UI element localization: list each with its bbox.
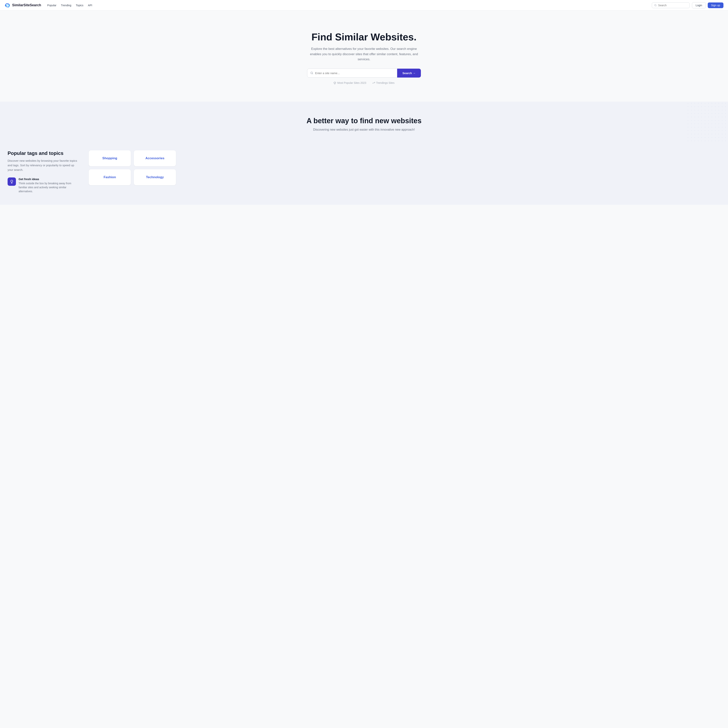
svg-line-3 [312, 73, 313, 74]
tag-label-accessories: Accessories [145, 156, 164, 160]
popular-sites-label: Most Popular Sites 2023 [337, 81, 366, 84]
dots-decoration [686, 102, 728, 143]
tag-label-shopping: Shopping [102, 156, 117, 160]
tag-card-fashion[interactable]: Fashion [89, 169, 131, 185]
section-tags: Popular tags and topics Discover new web… [0, 143, 728, 205]
feature-description: Think outside the box by breaking away f… [18, 181, 80, 193]
tags-section-title: Popular tags and topics [8, 150, 80, 156]
tag-card-shopping[interactable]: Shopping [89, 150, 131, 166]
nav-trending[interactable]: Trending [61, 4, 71, 7]
nav-popular[interactable]: Popular [47, 4, 56, 7]
tag-label-fashion: Fashion [104, 175, 116, 179]
tag-label-technology: Technology [146, 175, 164, 179]
tag-card-technology[interactable]: Technology [134, 169, 176, 185]
login-button[interactable]: Login [692, 2, 706, 8]
tags-left-column: Popular tags and topics Discover new web… [8, 150, 80, 193]
hero-section: Find Similar Websites. Explore the best … [0, 11, 728, 102]
trending-sites-label: Trendings Sites [376, 81, 395, 84]
hero-subtitle: Explore the best alternatives for your f… [305, 46, 423, 62]
hero-search-wrap [307, 69, 397, 78]
nav-api[interactable]: API [88, 4, 92, 7]
better-title: A better way to find new websites [307, 117, 422, 125]
trending-sites-link[interactable]: Trendings Sites [372, 81, 395, 84]
logo-icon [5, 2, 11, 8]
signup-button[interactable]: Sign up [708, 3, 723, 8]
feature-text: Get fresh ideas Think outside the box by… [18, 177, 80, 193]
nav-search-box [652, 3, 690, 8]
search-icon-hero [310, 72, 313, 75]
nav-links: Popular Trending Topics API [47, 4, 652, 7]
lightbulb-icon [10, 179, 14, 184]
svg-line-1 [656, 6, 656, 6]
nav-topics[interactable]: Topics [76, 4, 83, 7]
tags-feature-block: Get fresh ideas Think outside the box by… [8, 177, 80, 193]
nav-logo-text: SimilarSiteSearch [12, 3, 41, 7]
hero-search-input[interactable] [315, 69, 394, 77]
hero-links: Most Popular Sites 2023 Trendings Sites [333, 81, 394, 84]
navbar: SimilarSiteSearch Popular Trending Topic… [0, 0, 728, 11]
nav-logo[interactable]: SimilarSiteSearch [5, 2, 41, 8]
better-subtitle: Discovering new websites just got easier… [313, 128, 415, 132]
section-better: A better way to find new websites Discov… [0, 102, 728, 143]
nav-search-input[interactable] [658, 4, 687, 7]
hero-title: Find Similar Websites. [312, 32, 416, 43]
hero-search-button[interactable]: Search → [397, 69, 421, 78]
search-icon [654, 4, 656, 7]
tags-section-description: Discover new websites by browsing your f… [8, 159, 80, 172]
feature-icon-wrap [8, 177, 16, 186]
tags-grid: Shopping Accessories Fashion Technology [89, 150, 176, 185]
trending-icon [372, 81, 375, 84]
hero-search-row: Search → [307, 69, 421, 78]
nav-actions: Login Sign up [692, 2, 723, 8]
popular-sites-link[interactable]: Most Popular Sites 2023 [333, 81, 366, 84]
tag-card-accessories[interactable]: Accessories [134, 150, 176, 166]
trophy-icon [333, 81, 336, 84]
feature-title: Get fresh ideas [18, 177, 80, 180]
